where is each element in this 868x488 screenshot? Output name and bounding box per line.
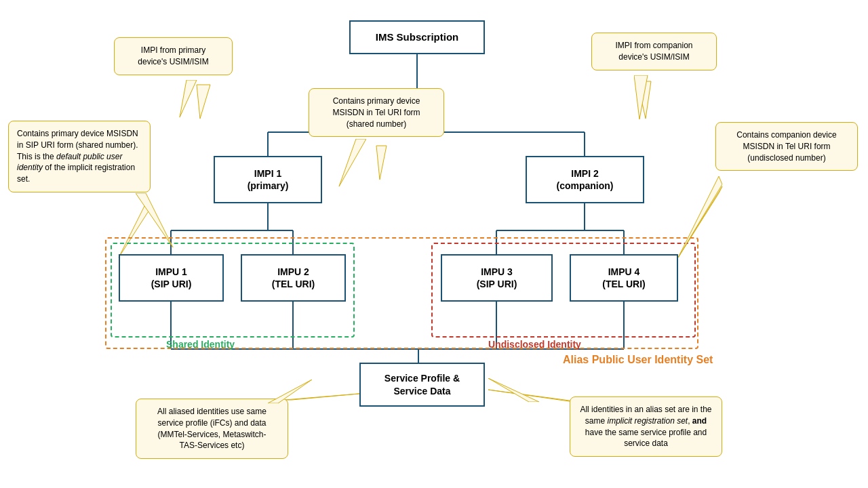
impu1-callout: Contains primary device MSISDN in SIP UR… (8, 121, 151, 192)
impi1-box: IMPI 1 (primary) (214, 156, 322, 203)
service-left-callout: All aliased identities use same service … (136, 399, 288, 459)
impi1-callout-text: IMPI from primary device's USIM/ISIM (138, 45, 208, 66)
impu4-box: IMPU 4 (TEL URI) (570, 254, 678, 302)
impi2-callout: IMPI from companion device's USIM/ISIM (591, 33, 717, 70)
svg-marker-19 (637, 81, 651, 119)
impu2-box: IMPU 2 (TEL URI) (241, 254, 346, 302)
impi2-label: IMPI 2 (companion) (557, 167, 614, 192)
svg-marker-23 (285, 393, 366, 400)
service-profile-label: Service Profile & Service Data (384, 372, 460, 396)
impu1-callout-text: Contains primary device MSISDN in SIP UR… (17, 128, 142, 185)
svg-marker-25 (180, 80, 197, 117)
impi2-callout-text: IMPI from companion device's USIM/ISIM (615, 41, 692, 62)
impi1-callout: IMPI from primary device's USIM/ISIM (114, 37, 233, 75)
service-right-callout-text: All identities in an alias set are in th… (578, 404, 713, 449)
impu3-label: IMPU 3 (SIP URI) (477, 266, 517, 290)
svg-marker-31 (488, 378, 539, 402)
service-right-callout: All identities in an alias set are in th… (570, 396, 722, 457)
svg-marker-28 (339, 139, 366, 186)
alias-set-label: Alias Public User Identity Set (563, 354, 713, 366)
impu1-box: IMPU 1 (SIP URI) (119, 254, 224, 302)
diagram: Alias Public User Identity Set Shared Id… (0, 0, 868, 488)
service-profile-box: Service Profile & Service Data (359, 363, 485, 407)
impu2-callout-tail (332, 139, 366, 186)
impu1-label: IMPU 1 (SIP URI) (151, 266, 192, 290)
impu3-box: IMPU 3 (SIP URI) (441, 254, 553, 302)
impi1-label: IMPI 1 (primary) (248, 167, 289, 192)
impi2-box: IMPI 2 (companion) (526, 156, 644, 203)
impu2-label: IMPU 2 (TEL URI) (272, 266, 315, 290)
svg-marker-26 (634, 75, 648, 119)
shared-identity-label: Shared Identity (166, 339, 235, 350)
service-right-callout-tail (488, 378, 576, 402)
undisclosed-identity-label: Undisclosed Identity (488, 339, 581, 350)
service-left-callout-text: All aliased identities use same service … (157, 407, 267, 450)
ims-subscription-box: IMS Subscription (349, 20, 485, 54)
impu4-label: IMPU 4 (TEL URI) (602, 266, 646, 290)
svg-marker-18 (197, 85, 210, 119)
impi1-callout-tail (176, 80, 217, 117)
impu2-callout: Contains primary device MSISDN in Tel UR… (309, 88, 444, 137)
impi2-callout-tail (634, 75, 668, 119)
svg-marker-21 (376, 146, 387, 180)
impu2-callout-text: Contains primary device MSISDN in Tel UR… (332, 96, 420, 129)
impu4-callout-text: Contains companion device MSISDN in Tel … (736, 130, 836, 163)
impu4-callout: Contains companion device MSISDN in Tel … (715, 122, 858, 171)
